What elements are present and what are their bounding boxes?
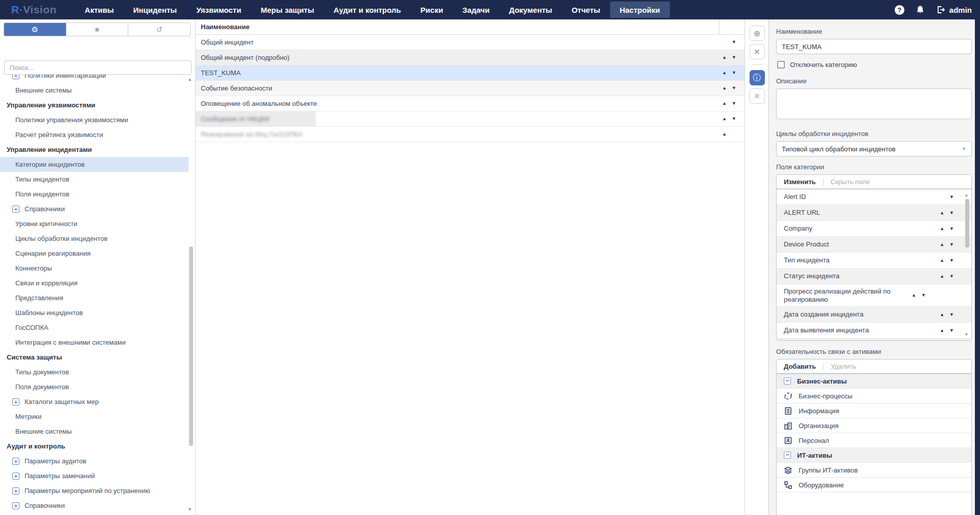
sidebar-item[interactable]: Интеграция с внешними системами [0,335,189,350]
expand-plus-icon[interactable]: + [12,487,19,495]
sidebar-item[interactable]: Поля инцидентов [0,187,189,201]
table-row-selected[interactable]: TEST_KUMA ▲▼ [196,65,744,81]
description-field[interactable] [776,88,972,119]
sidebar-item[interactable]: Сценарии реагирования [0,246,189,261]
expand-plus-icon[interactable]: + [12,473,19,480]
sidebar-item[interactable]: Уровни критичности [0,216,189,231]
sidebar-item[interactable]: +Параметры аудитов [0,454,189,468]
sidebar-item[interactable]: +Справочники [0,201,189,216]
move-down-icon[interactable]: ▼ [949,211,954,215]
move-up-icon[interactable]: ▲ [940,274,944,279]
table-row[interactable]: Оповещение об аномальном объекте ▲▼ [196,96,744,111]
fields-scrollbar-thumb[interactable] [965,199,969,248]
move-down-icon[interactable]: ▼ [732,117,736,121]
notifications-bell-icon[interactable] [916,5,925,14]
edit-field-button[interactable]: Изменить [784,178,816,186]
sidebar-item[interactable]: Внешние системы [0,83,189,98]
delete-category-button[interactable]: ✕ [750,44,765,59]
nav-item-settings[interactable]: Настройки [610,2,670,18]
scroll-down-icon[interactable]: ▼ [964,332,969,337]
expand-plus-icon[interactable]: + [12,398,19,406]
table-row[interactable]: Общий инцидент ▲▼ [196,35,744,50]
move-up-icon[interactable]: ▲ [722,86,727,91]
field-row[interactable]: Company▲▼ [777,221,971,237]
sidebar-item[interactable]: Требования [0,513,189,515]
nav-item-vulnerabilities[interactable]: Уязвимости [186,0,251,19]
move-up-icon[interactable]: ▲ [722,117,727,121]
sidebar-item[interactable]: Типы документов [0,365,189,379]
sidebar-item[interactable]: +Параметры замечаний [0,468,189,483]
sidebar-item[interactable]: Типы инцидентов [0,172,189,187]
tab-history[interactable]: ↺ [128,23,190,36]
add-asset-button[interactable]: Добавить [784,363,816,370]
move-down-icon[interactable]: ▼ [732,101,736,106]
asset-group-row[interactable]: − Бизнес-активы [777,374,971,389]
user-menu[interactable]: admin [936,5,972,14]
expand-plus-icon[interactable]: + [12,458,19,465]
list-panel-button[interactable]: ≡ [750,88,765,104]
sidebar-item[interactable]: +Каталоги защитных мер [0,394,189,409]
sidebar-item[interactable]: Шаблоны инцидентов [0,305,189,320]
nav-item-incidents[interactable]: Инциденты [124,0,186,19]
sidebar-item[interactable]: +Параметры мероприятий по устранению [0,483,189,498]
sidebar-item[interactable]: Коннекторы [0,261,189,276]
disable-category-toggle[interactable]: Отключить категорию [777,61,972,69]
sidebar-item[interactable]: +Политики инвентаризации [0,75,189,83]
move-down-icon[interactable]: ▼ [949,242,954,247]
sidebar-item-incident-categories[interactable]: Категории инцидентов [0,157,189,172]
field-row[interactable]: Alert ID▲▼ [777,189,971,205]
sidebar-item[interactable]: ГосСОПКА [0,320,189,335]
move-up-icon[interactable]: ▲ [722,55,727,60]
move-up-icon[interactable]: ▲ [940,242,944,247]
table-row-blurred[interactable]: Сообщение от НКЦКИ ▲▼ [196,111,744,127]
expand-plus-icon[interactable]: + [12,502,19,509]
move-up-icon[interactable]: ▲ [722,132,727,137]
tab-settings-tree[interactable]: ⚙ [4,23,66,36]
move-down-icon[interactable]: ▼ [949,195,954,199]
sidebar-item[interactable]: Представления [0,290,189,305]
sidebar-item[interactable]: Политики управления уязвимостями [0,113,189,127]
asset-row[interactable]: Персонал [777,433,971,448]
move-down-icon[interactable]: ▼ [732,55,736,60]
checkbox-icon[interactable] [777,61,785,69]
nav-item-audit[interactable]: Аудит и контроль [324,0,411,19]
move-down-icon[interactable]: ▼ [949,227,954,231]
move-up-icon[interactable]: ▲ [940,211,944,215]
sidebar-item[interactable]: +Справочники [0,498,189,513]
help-icon[interactable]: ? [895,5,904,15]
cycles-select[interactable]: Типовой цикл обработки инцидентов ▼ [776,141,972,156]
sidebar-item[interactable]: Циклы обработки инцидентов [0,231,189,246]
logout-icon[interactable] [936,5,945,14]
field-row[interactable]: Прогресс реализации действий по реагиров… [777,284,971,307]
expand-plus-icon[interactable]: + [12,206,19,213]
move-down-icon[interactable]: ▼ [949,274,954,279]
field-row[interactable]: Device Product▲▼ [777,237,971,253]
expand-plus-icon[interactable]: + [12,75,19,79]
remove-asset-button[interactable]: Удалить [831,363,856,370]
sidebar-item[interactable]: Внешние системы [0,424,189,439]
field-row[interactable]: Дата выявления инцидента▲▼ [777,323,971,339]
asset-row[interactable]: Информация [777,404,971,418]
hide-field-button[interactable]: Скрыть поле [831,178,870,186]
tab-favorites[interactable]: ★ [66,23,129,36]
asset-group-row[interactable]: − ИТ-активы [777,448,971,463]
table-row[interactable]: Событие безопасности ▲▼ [196,81,744,96]
name-field[interactable] [776,39,972,54]
field-row[interactable]: Дата создания инцидента▲▼ [777,307,971,323]
nav-item-tasks[interactable]: Задачи [453,0,499,19]
sidebar-item[interactable]: Расчет рейтинга уязвимости [0,127,189,142]
search-input[interactable] [4,60,192,75]
field-row[interactable]: ALERT URL▲▼ [777,205,971,221]
move-up-icon[interactable]: ▲ [722,71,727,75]
nav-item-protection-measures[interactable]: Меры защиты [251,0,324,19]
scroll-up-icon[interactable]: ▲ [188,77,192,82]
table-row[interactable]: Общий инцидент (подробно) ▲▼ [196,50,744,65]
asset-row[interactable]: Оборудование [777,478,971,492]
move-down-icon[interactable]: ▼ [949,258,954,263]
nav-item-assets[interactable]: Активы [75,0,124,19]
asset-row[interactable]: Организация [777,418,971,433]
info-panel-button[interactable]: ⓘ [750,70,765,85]
move-up-icon[interactable]: ▲ [940,258,944,263]
table-row-blurred[interactable]: Реагирование на Инц ГосСОПКА ▲▼ [196,127,744,142]
move-down-icon[interactable]: ▼ [921,293,926,298]
